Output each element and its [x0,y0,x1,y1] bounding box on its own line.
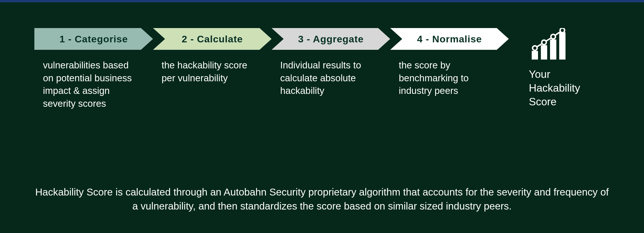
step-4-label: 4 - Normalise [417,33,482,45]
svg-point-5 [542,40,546,45]
step-3-label: 3 - Aggregate [298,33,364,45]
diagram-container: 1 - Categorise vulnerabilities based on … [0,2,644,233]
step-2-label: 2 - Calculate [182,33,243,45]
svg-point-4 [533,46,537,50]
svg-rect-2 [550,40,556,60]
step-3-arrow: 3 - Aggregate [272,28,390,50]
process-row: 1 - Categorise vulnerabilities based on … [34,28,603,110]
step-2-arrow: 2 - Calculate [153,28,272,50]
step-2-description: the hackability score per vulnerability [162,59,253,84]
step-3: 3 - Aggregate Individual results to calc… [272,28,390,97]
step-4: 4 - Normalise the score by benchmarking … [390,28,509,97]
result-label: Your Hackability Score [529,68,603,109]
bar-chart-growth-icon [529,28,569,60]
step-3-description: Individual results to calculate absolute… [280,59,372,97]
svg-rect-0 [532,51,538,60]
step-2: 2 - Calculate the hackability score per … [153,28,272,84]
svg-point-7 [560,28,565,33]
svg-rect-1 [541,45,547,60]
step-1-arrow: 1 - Categorise [34,28,153,50]
step-4-arrow: 4 - Normalise [390,28,509,50]
step-4-description: the score by benchmarking to industry pe… [399,59,490,97]
step-1-description: vulnerabilities based on potential busin… [43,59,135,110]
step-1: 1 - Categorise vulnerabilities based on … [34,28,153,110]
svg-point-6 [551,34,555,39]
step-1-label: 1 - Categorise [60,33,128,45]
result-block: Your Hackability Score [529,28,603,109]
footer-description: Hackability Score is calculated through … [0,185,644,213]
svg-rect-3 [559,32,566,60]
